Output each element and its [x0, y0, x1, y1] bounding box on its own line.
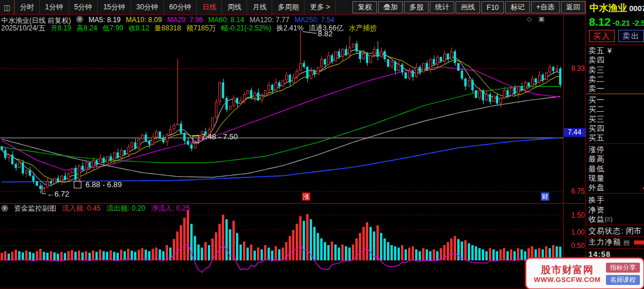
stat-row-label: 现量 [588, 174, 605, 183]
tab-15分钟[interactable]: 15分钟 [98, 0, 131, 15]
ask-row[interactable]: 卖二8.1 [588, 75, 644, 84]
price-axis-label: 8.33 [564, 64, 585, 73]
ask-row[interactable]: 卖四8.1 [588, 56, 644, 65]
chevron-down-icon[interactable]: v [76, 16, 83, 23]
stat-row-value: 4561 [625, 183, 644, 192]
toolbar-button-返回[interactable]: 返回 [561, 1, 585, 13]
chart-corner-icons[interactable]: ◇ ▣ [527, 15, 547, 23]
stat-row[interactable]: 换手2.41 [588, 195, 644, 205]
stat-row[interactable]: 涨停9.1 [588, 145, 644, 154]
teacher-course-tag[interactable]: 名师课程 [606, 275, 640, 285]
price-row: 8.12 -0.21 -2.5 [589, 16, 644, 29]
stat-row[interactable]: 现量150 [588, 174, 644, 183]
toolbar-button-画线[interactable]: 画线 [455, 1, 480, 13]
stat-row[interactable]: 最低7.9 [588, 164, 644, 174]
divider [586, 143, 644, 144]
tab-1分钟[interactable]: 1分钟 [40, 0, 69, 15]
watermark-card: 股市财富网 WWW.GSCFW.COM 指标分享 名师课程 [525, 257, 644, 289]
tab-分时[interactable]: 分时 [15, 0, 40, 15]
stat-row[interactable]: 净资1.7 [588, 205, 644, 215]
ask-row[interactable]: 卖一8.1 [588, 84, 644, 94]
indicator-share-tag[interactable]: 指标分享 [606, 263, 640, 273]
tab-日线[interactable]: 日线 [197, 0, 222, 15]
tab-更多 >[interactable]: 更多 > [304, 0, 335, 15]
bid-row[interactable]: 买五8.0 [588, 133, 644, 143]
stat-row[interactable]: 外盘4561 [588, 183, 644, 192]
ask-row-label: 卖四 [588, 56, 605, 64]
toolbar-button-F10[interactable]: F10 [481, 1, 504, 13]
toolbar-button-统计[interactable]: 统计 [430, 1, 454, 13]
stat-row-label: 最低 [588, 164, 605, 173]
bid-row[interactable]: 买四8.0 [588, 124, 644, 133]
bid-row[interactable]: 买一8.1 [588, 95, 644, 105]
stat-row[interactable]: 最高8.2 [588, 154, 644, 164]
toolbar-button-叠加[interactable]: 叠加 [378, 1, 403, 13]
stat-row-value: 0.15 [625, 215, 644, 224]
divider [586, 193, 644, 194]
tab-多周期[interactable]: 多周期 [272, 0, 304, 15]
subchart-title[interactable]: 资金监控副图 [14, 204, 56, 214]
tab-周线[interactable]: 周线 [222, 0, 247, 15]
stat-row[interactable]: 收益㈢0.15 [588, 215, 644, 224]
toolbar-button-多股[interactable]: 多股 [404, 1, 429, 13]
divider [586, 236, 644, 237]
info-item: 开8.19 [50, 23, 71, 31]
subchart-legend-item: 净流入: 0.25 [151, 204, 190, 214]
sell-button[interactable]: 卖出 [618, 30, 644, 42]
stat-row-label: 最高 [588, 154, 605, 163]
ask-row-value: 8.1 [625, 66, 644, 75]
money-flow-subchart[interactable] [0, 206, 563, 289]
chart-annotation: 7.48 - 7.50 [201, 132, 238, 141]
main-net-row[interactable]: 主力净额 ▤ [588, 238, 644, 247]
tab-5分钟[interactable]: 5分钟 [69, 0, 98, 15]
ask-row[interactable]: 卖五 ¥8.1 [588, 46, 644, 56]
chart-annotation: ←6.72 [47, 190, 69, 198]
stock-name: 中水渔业 [590, 3, 627, 13]
bid-row-label: 买一 [588, 95, 605, 104]
list-icon[interactable]: ▤ [624, 239, 629, 246]
bid-row[interactable]: 买三8.0 [588, 115, 644, 124]
watermark-char-tag: 财 [541, 192, 549, 201]
trade-status-row: 交易状态: 闭市 [588, 226, 644, 236]
toolbar-button-标记[interactable]: 标记 [505, 1, 530, 13]
info-item: 换2.41% [276, 23, 303, 31]
bid-row-label: 买三 [588, 115, 605, 123]
ma-legend-item: MA5: 8.19 [88, 16, 121, 23]
bid-row-value: 8.1 [625, 105, 644, 114]
info-item: 幅-0.21(-2.52%) [221, 23, 271, 31]
ask-row[interactable]: 卖三8.1 [588, 66, 644, 75]
main-candlestick-chart[interactable] [0, 29, 563, 204]
sub-axis-label: 1.50 [564, 211, 585, 219]
buy-button[interactable]: 买入 [589, 30, 615, 42]
stat-row-value: 7.9 [625, 164, 644, 174]
bid-row-value: 8.0 [625, 124, 644, 133]
chart-annotation: 6.88 - 6.89 [85, 180, 122, 189]
bid-row[interactable]: 买二8.1 [588, 105, 644, 114]
subchart-legend-item: 流出额: 0.20 [107, 204, 145, 214]
info-item: 低7.99 [102, 23, 123, 31]
tab-60分钟[interactable]: 60分钟 [164, 0, 197, 15]
period-tabs: 分时1分钟5分钟15分钟30分钟60分钟日线周线月线多周期更多 > [15, 0, 336, 15]
bid-row-label: 买五 [588, 133, 605, 142]
bid-row-label: 买二 [588, 105, 605, 113]
stock-name-row[interactable]: 中水渔业 0007 [590, 2, 644, 15]
watermark-site-name: 股市财富网 [532, 264, 603, 276]
toolbar-button-复权[interactable]: 复权 [352, 1, 377, 13]
ma-legend-item: MA10: 8.09 [126, 16, 162, 23]
main-net-label: 主力净额 [588, 238, 621, 246]
info-item: 水产捕捞 [349, 23, 377, 31]
subchart-legend-item: 流入额: 0.45 [62, 204, 101, 214]
toolbar-button-+自选[interactable]: +自选 [531, 1, 560, 13]
stat-row-label: 外盘 [588, 183, 605, 192]
tab-月线[interactable]: 月线 [247, 0, 272, 15]
stock-code: 0007 [629, 4, 644, 13]
tab-30分钟[interactable]: 30分钟 [131, 0, 164, 15]
watermark-site-block[interactable]: 股市财富网 WWW.GSCFW.COM [532, 264, 603, 283]
info-item: 2025/10/24/五 [1, 23, 45, 31]
ask-row-label: 卖一 [588, 84, 605, 93]
window-layout-icon[interactable]: ◫ [0, 0, 15, 15]
toolbar-buttons: 复权叠加多股统计画线F10标记+自选返回 [351, 0, 585, 15]
chevron-down-icon[interactable]: v [1, 205, 8, 212]
stat-row-label: 收益㈢ [588, 215, 613, 223]
stat-row-value: 2.41 [625, 195, 644, 205]
